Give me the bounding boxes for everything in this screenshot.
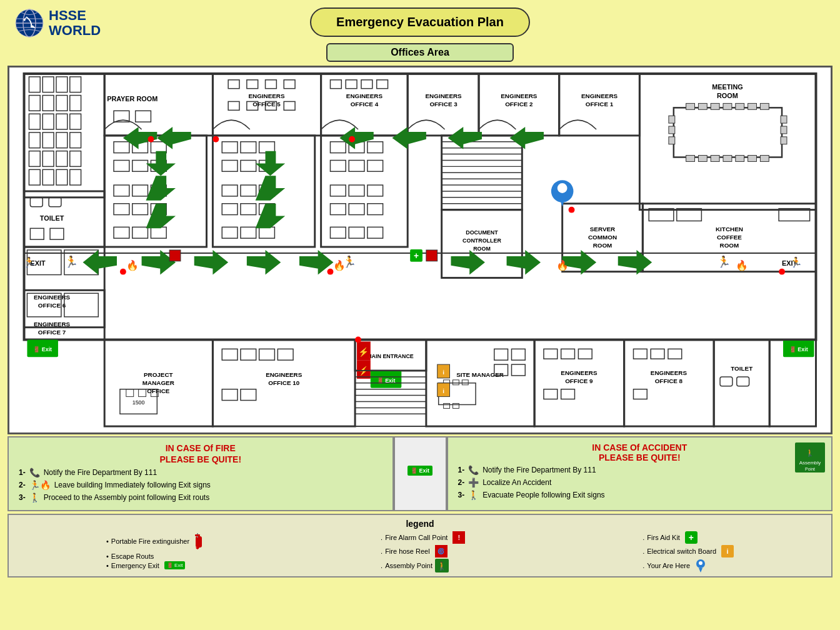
fire-instructions: IN CASE Of FIRE PLEASE BE QUITE! 1- 📞 No… bbox=[8, 436, 394, 511]
legend-item-youarehere: . Your Are Here bbox=[642, 559, 734, 572]
accident-step-2: 2- ➕ Localize An Accident bbox=[458, 478, 822, 488]
svg-text:OFFICE 3: OFFICE 3 bbox=[429, 101, 458, 108]
svg-text:COMMON: COMMON bbox=[588, 234, 617, 241]
svg-text:OFFICE 10: OFFICE 10 bbox=[268, 379, 299, 386]
svg-text:DOCUMENT: DOCUMENT bbox=[466, 229, 498, 236]
legend-col-1: • Portable Fire extinguisher • Escape Ro… bbox=[106, 531, 203, 569]
fire-step-3: 3- 🚶 Proceed to the Assembly point follo… bbox=[19, 492, 382, 502]
svg-text:TOILET: TOILET bbox=[40, 214, 64, 222]
svg-text:ENGINEERS: ENGINEERS bbox=[501, 92, 538, 99]
svg-text:🏃: 🏃 bbox=[342, 255, 357, 269]
globe-icon bbox=[14, 8, 45, 39]
floorplan-svg: PRAYER ROOM TOILET ENGINEERS OFFICE 5 bbox=[9, 68, 831, 432]
svg-text:MEETING: MEETING bbox=[712, 83, 743, 91]
svg-text:🚶: 🚶 bbox=[806, 448, 814, 457]
legend-item-emergency-exit: • Emergency Exit 🚪 Exit bbox=[106, 561, 203, 569]
svg-rect-88 bbox=[781, 126, 787, 134]
svg-point-310 bbox=[699, 561, 702, 565]
svg-rect-80 bbox=[686, 156, 695, 162]
svg-point-276 bbox=[349, 136, 355, 142]
svg-point-283 bbox=[558, 183, 568, 193]
svg-text:OFFICE 2: OFFICE 2 bbox=[505, 101, 533, 108]
fire-step-1: 1- 📞 Notify the Fire Department By 111 bbox=[19, 468, 382, 478]
svg-text:ENGINEERS: ENGINEERS bbox=[266, 371, 302, 378]
legend-col-3: . Firs Aid Kit + . Electrical switch Boa… bbox=[642, 531, 734, 572]
fire-step-2: 2- 🏃🔥 Leave building Immediately followi… bbox=[19, 480, 382, 490]
svg-text:SITE MANAGER: SITE MANAGER bbox=[456, 371, 504, 378]
legend-item-hose: . Fire hose Reel 🌀 bbox=[381, 545, 465, 558]
svg-rect-87 bbox=[781, 116, 787, 123]
accident-step-3: 3- 🚶 Evacuate People following Exit sign… bbox=[458, 490, 822, 500]
svg-text:ENGINEERS: ENGINEERS bbox=[34, 294, 71, 301]
svg-text:ROOM: ROOM bbox=[717, 92, 738, 99]
svg-rect-92 bbox=[669, 137, 675, 144]
svg-rect-75 bbox=[711, 103, 719, 109]
svg-text:TOILET: TOILET bbox=[731, 365, 752, 372]
svg-point-278 bbox=[120, 269, 126, 275]
legend-box: legend • Portable Fire extinguisher • Es… bbox=[8, 514, 832, 578]
svg-point-277 bbox=[355, 337, 361, 343]
svg-text:OFFICE 6: OFFICE 6 bbox=[38, 302, 66, 309]
svg-text:🏃: 🏃 bbox=[717, 255, 731, 269]
svg-text:🚪 Exit: 🚪 Exit bbox=[33, 346, 52, 353]
svg-rect-76 bbox=[723, 103, 732, 109]
svg-text:PRAYER ROOM: PRAYER ROOM bbox=[107, 95, 158, 102]
svg-text:🏃: 🏃 bbox=[790, 256, 802, 268]
assembly-point-icon: 🚶 Assembly Point bbox=[795, 442, 825, 479]
main-title: Emergency Evacuation Plan bbox=[310, 8, 530, 37]
svg-rect-77 bbox=[736, 103, 744, 109]
svg-text:MANAGER: MANAGER bbox=[142, 379, 174, 386]
svg-text:ENGINEERS: ENGINEERS bbox=[34, 321, 71, 328]
svg-text:OFFICE 8: OFFICE 8 bbox=[655, 378, 683, 384]
svg-text:🔥: 🔥 bbox=[556, 259, 569, 271]
svg-text:MAIN ENTRANCE: MAIN ENTRANCE bbox=[367, 353, 414, 359]
svg-text:OFFICE 7: OFFICE 7 bbox=[38, 329, 66, 336]
svg-text:🏃: 🏃 bbox=[23, 256, 36, 268]
svg-rect-79 bbox=[760, 103, 769, 109]
legend-items: • Portable Fire extinguisher • Escape Ro… bbox=[18, 531, 822, 572]
svg-text:i: i bbox=[442, 388, 444, 394]
svg-rect-91 bbox=[669, 126, 675, 134]
svg-marker-311 bbox=[699, 568, 702, 572]
legend-item-alarm: . Fire Alarm Call Point ! bbox=[381, 531, 465, 544]
svg-text:ENGINEERS: ENGINEERS bbox=[426, 92, 462, 99]
svg-text:ENGINEERS: ENGINEERS bbox=[346, 92, 383, 99]
svg-text:OFFICE 1: OFFICE 1 bbox=[586, 101, 614, 108]
svg-point-275 bbox=[212, 136, 219, 142]
legend-title: legend bbox=[18, 519, 822, 529]
svg-rect-81 bbox=[698, 156, 707, 162]
svg-text:ENGINEERS: ENGINEERS bbox=[581, 92, 618, 99]
svg-text:OFFICE 4: OFFICE 4 bbox=[351, 101, 379, 108]
svg-point-280 bbox=[569, 207, 575, 213]
svg-text:PROJECT: PROJECT bbox=[144, 371, 173, 378]
svg-text:🚪 Exit: 🚪 Exit bbox=[789, 346, 808, 353]
svg-rect-84 bbox=[736, 156, 744, 162]
legend-item-firstaid: . Firs Aid Kit + bbox=[642, 531, 734, 544]
svg-point-279 bbox=[328, 269, 334, 275]
svg-text:Point: Point bbox=[805, 467, 815, 471]
accident-step-1: 1- 📞 Notify the Fire Department By 111 bbox=[458, 465, 822, 475]
legend-item-escape: • Escape Routs bbox=[106, 552, 203, 560]
svg-text:🏃: 🏃 bbox=[64, 255, 79, 269]
svg-text:+: + bbox=[414, 251, 419, 261]
legend-item-extinguisher: • Portable Fire extinguisher bbox=[106, 531, 203, 551]
svg-rect-82 bbox=[711, 156, 719, 162]
svg-text:ENGINEERS: ENGINEERS bbox=[651, 369, 688, 376]
svg-text:🚶: 🚶 bbox=[437, 561, 448, 571]
svg-text:🔥: 🔥 bbox=[126, 259, 139, 271]
svg-rect-85 bbox=[748, 156, 757, 162]
accident-instructions: IN CASE Of ACCIDENT PLEASE BE QUITE! 1- … bbox=[447, 436, 833, 511]
svg-text:⚡: ⚡ bbox=[358, 347, 369, 358]
subtitle-box: Offices Area bbox=[326, 43, 514, 62]
svg-rect-78 bbox=[748, 103, 757, 109]
legend-item-assembly: . Assembly Point 🚶 bbox=[381, 559, 465, 572]
logo-area: HSSE WORLD bbox=[14, 8, 101, 39]
legend-item-electrical: . Electrical switch Board i bbox=[642, 545, 734, 558]
svg-text:ENGINEERS: ENGINEERS bbox=[248, 92, 285, 99]
svg-rect-83 bbox=[723, 156, 732, 162]
svg-rect-304 bbox=[196, 536, 202, 548]
svg-rect-291 bbox=[169, 250, 181, 261]
svg-rect-292 bbox=[426, 250, 438, 261]
svg-text:OFFICE 9: OFFICE 9 bbox=[565, 378, 593, 384]
svg-rect-90 bbox=[669, 116, 675, 123]
